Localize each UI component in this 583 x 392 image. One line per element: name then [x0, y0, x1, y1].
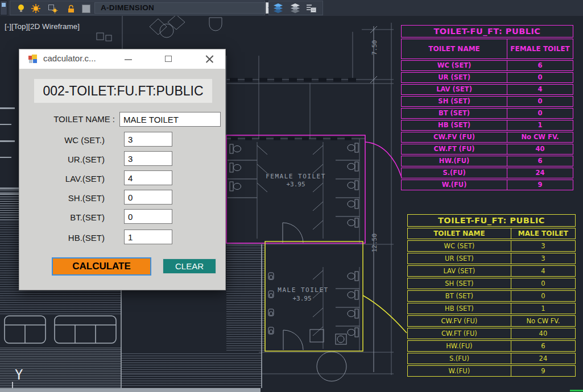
table-row: LAV (SET)4 [407, 265, 576, 277]
table-row-label: WC (SET) [408, 241, 511, 251]
layer-viewport-freeze-icon[interactable] [48, 3, 58, 14]
bottom-gray-strip [0, 388, 261, 392]
field-label-sh: SH.(SET) [38, 191, 105, 206]
lav-set-input[interactable] [124, 170, 172, 185]
female-room-highlight [226, 135, 365, 243]
calculate-button[interactable]: CALCULATE [52, 257, 151, 276]
bt-set-input[interactable] [124, 209, 172, 224]
edge-hatch-dashes [0, 107, 15, 158]
furniture-top [97, 15, 222, 41]
layer-thaw-sun-icon[interactable] [31, 3, 41, 14]
table-row-label: BT (SET) [402, 109, 507, 118]
layer-properties-icon[interactable] [305, 3, 316, 13]
table-header-row: TOILET NAME FEMALE TOILET [401, 39, 573, 59]
table-row: W.(FU)9 [401, 180, 573, 190]
table-row-label: HW.(FU) [402, 156, 507, 166]
panel-edge-icon[interactable] [0, 1, 7, 15]
wall-openings [230, 78, 356, 140]
table-row: CW.FT (FU)40 [407, 328, 576, 339]
cadculator-dialog: cadculator.c... 002-TOILET:FU.FT:PUBLIC … [19, 49, 226, 290]
dialog-titlebar[interactable]: cadculator.c... [19, 49, 225, 69]
table-row: HB (SET)1 [401, 120, 573, 131]
table-header-name: TOILET NAME [402, 39, 507, 59]
table-header-row: TOILET NAME MALE TOILET [407, 228, 576, 239]
table-row-value: 1 [511, 303, 575, 314]
table-row-value: 0 [507, 97, 573, 106]
table-row-value: 24 [507, 168, 573, 178]
table-row-value: 6 [507, 61, 573, 70]
table-row: LAV (SET)4 [401, 84, 573, 95]
layer-on-lightbulb-icon[interactable] [16, 3, 26, 14]
dimension-text-lower: 12.50 [371, 233, 378, 252]
layer-dropdown[interactable]: A-DIMENSION [94, 2, 265, 14]
table-row-label: HW.(FU) [408, 341, 511, 351]
layer-states-icon[interactable] [272, 3, 283, 13]
app-icon [28, 55, 38, 64]
table-row-label: HB (SET) [402, 120, 507, 130]
table-row: UR (SET)0 [401, 72, 573, 83]
table-row: BT (SET)0 [407, 290, 576, 302]
table-rows: WC (SET)3UR (SET)3LAV (SET)4SH (SET)0BT … [407, 240, 576, 377]
male-room-label: MALE TOILET [278, 286, 328, 294]
table-row-label: CW.FV (FU) [402, 132, 507, 142]
sh-set-input[interactable] [124, 190, 172, 205]
female-room-level: +3.95 [286, 181, 305, 188]
toilet-name-input[interactable] [119, 112, 221, 127]
layers-icon[interactable] [290, 3, 300, 13]
table-row-label: S.(FU) [408, 353, 511, 364]
table-row-label: HB (SET) [408, 303, 511, 314]
field-label-ur: UR.(SET) [38, 152, 105, 167]
table-row: HW.(FU)6 [401, 156, 573, 166]
field-label-hb: HB.(SET) [38, 231, 105, 245]
layer-color-swatch[interactable] [82, 5, 90, 13]
table-row: CW.FV (FU)No CW FV. [401, 132, 573, 143]
table-row-value: 0 [507, 109, 573, 118]
table-row: BT (SET)0 [401, 108, 573, 119]
table-row-label: LAV (SET) [402, 85, 507, 94]
dialog-heading: 002-TOILET:FU.FT:PUBLIC [34, 79, 212, 103]
male-table-leader [363, 295, 407, 333]
minimize-button[interactable] [119, 49, 137, 69]
table-rows: WC (SET)6UR (SET)0LAV (SET)4SH (SET)0BT … [401, 60, 573, 190]
autocad-window: 7.50 12.50 FEMALE TOILET +3.95 MALE TOIL… [0, 0, 583, 392]
table-row-label: LAV (SET) [408, 266, 511, 276]
table-row: CW.FT (FU)40 [401, 144, 573, 155]
maximize-button[interactable] [160, 49, 177, 69]
layer-controls-panel: A-DIMENSION [10, 1, 265, 15]
layer-lock-icon[interactable] [66, 3, 76, 14]
wc-set-input[interactable] [124, 132, 172, 147]
table-row-value: 6 [511, 341, 575, 351]
female-table-leader [365, 142, 402, 177]
ur-set-input[interactable] [124, 151, 172, 166]
hb-set-input[interactable] [124, 230, 172, 244]
close-button[interactable] [200, 49, 217, 69]
table-row-label: SH (SET) [402, 97, 507, 106]
table-row-value: 3 [511, 253, 575, 264]
field-label-toilet-name: TOILET NAME : [31, 112, 115, 127]
layer-tools-panel [268, 1, 323, 15]
table-row-value: No CW FV. [511, 316, 575, 326]
table-row-label: S.(FU) [402, 168, 507, 178]
dialog-title: cadculator.c... [43, 53, 96, 63]
table-title: TOILET-FU_FT: PUBLIC [401, 25, 573, 37]
table-row-value: 9 [511, 366, 575, 376]
table-header-name: TOILET NAME [408, 228, 511, 239]
table-row-value: 40 [511, 328, 575, 339]
ucs-y-label: Y [15, 367, 23, 383]
viewport-controls[interactable]: [-][Top][2D Wireframe] [5, 22, 80, 31]
table-row-value: 6 [507, 156, 573, 166]
table-row-value: No CW FV. [507, 132, 573, 142]
layer-toolbar: A-DIMENSION [0, 0, 583, 16]
table-row: HB (SET)1 [407, 303, 576, 314]
table-row-label: CW.FV (FU) [408, 316, 511, 326]
table-row: SH (SET)0 [401, 96, 573, 107]
table-row: S.(FU)24 [401, 168, 573, 178]
layer-dropdown-value: A-DIMENSION [101, 3, 154, 12]
table-row-label: W.(FU) [408, 366, 511, 376]
table-row: HW.(FU)6 [407, 340, 576, 352]
table-row-label: CW.FT (FU) [402, 144, 507, 154]
table-row-label: SH (SET) [408, 278, 511, 289]
green-marker-line [570, 390, 583, 391]
clear-button[interactable]: CLEAR [163, 258, 216, 274]
female-room-label: FEMALE TOILET [266, 173, 326, 180]
